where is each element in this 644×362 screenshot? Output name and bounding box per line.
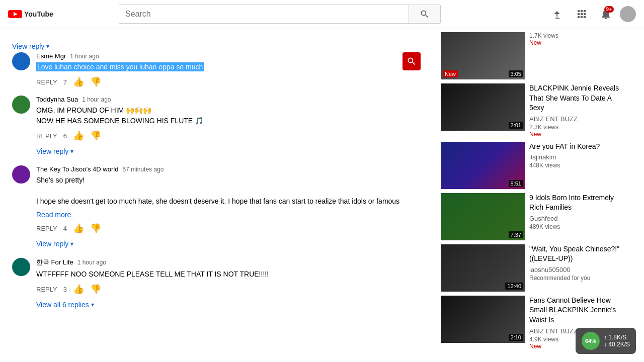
like-icon-toddynha[interactable]: 👍: [73, 130, 84, 141]
comment-header-korean: 한국 For Life 1 hour ago: [36, 258, 421, 267]
video-card-5[interactable]: 12:40 "Wait, You Speak Chinese?!" ((LEVE…: [441, 244, 626, 292]
comment-text-line2-toddynha: NOW HE HAS SOMEONE BLOWING HIS FLUTE 🎵: [36, 116, 421, 126]
reply-button-esme[interactable]: REPLY: [36, 78, 57, 86]
network-speeds: ↑ 1.8K/S ↓ 40.2K/S: [604, 334, 630, 348]
view-reply-toddynha-label: View reply: [36, 147, 68, 155]
reply-button-korean[interactable]: REPLY: [36, 286, 57, 293]
like-icon-esme[interactable]: 👍: [73, 76, 84, 87]
thumbnail-5: 12:40: [441, 244, 525, 292]
comment-time-esme: 1 hour ago: [70, 53, 99, 60]
video-title-3: Are you FAT in Korea?: [529, 142, 626, 152]
like-icon-korean[interactable]: 👍: [73, 284, 84, 295]
chevron-down-icon-toddynha: ▾: [70, 148, 73, 155]
dislike-icon-esme[interactable]: 👎: [90, 76, 101, 87]
chevron-down-icon-jisoo: ▾: [70, 240, 73, 247]
duration-badge-4: 7:37: [509, 231, 523, 238]
network-indicator: 64% ↑ 1.8K/S ↓ 40.2K/S: [576, 328, 636, 354]
video-meta-3: 448K views: [529, 162, 626, 169]
thumbnail-2: 2:01: [441, 83, 525, 131]
read-more-button[interactable]: Read more: [36, 211, 421, 219]
duration-badge-6: 2:10: [509, 334, 523, 341]
video-info-4: 9 Idols Born Into Extremely Rich Familie…: [529, 193, 626, 240]
notification-badge: 9+: [604, 6, 614, 13]
like-icon-jisoo[interactable]: 👍: [73, 223, 84, 234]
search-icon: [420, 9, 430, 19]
view-all-replies-korean[interactable]: View all 6 replies ▾: [36, 299, 421, 311]
video-meta-5: Recommended for you: [529, 275, 626, 282]
search-red-icon: [407, 56, 417, 66]
video-channel-3: itsjinakim: [529, 153, 626, 161]
video-card-3[interactable]: 8:51 Are you FAT in Korea? itsjinakim 44…: [441, 142, 626, 189]
notifications-button[interactable]: 9+: [596, 4, 616, 24]
like-count-jisoo: 4: [63, 225, 67, 232]
new-label-1: New: [529, 39, 626, 46]
view-reply-top[interactable]: View reply ▾: [12, 40, 421, 52]
comment-actions-jisoo: REPLY 4 👍 👎: [36, 223, 421, 234]
search-button[interactable]: [409, 5, 441, 24]
comment-search-button[interactable]: [403, 52, 421, 70]
comment-header-esme: Esme Mgr 1 hour ago: [36, 52, 396, 60]
download-speed: ↓ 40.2K/S: [604, 341, 630, 348]
video-meta-1: 1.7K views: [529, 32, 626, 39]
video-info-3: Are you FAT in Korea? itsjinakim 448K vi…: [529, 142, 626, 189]
duration-badge-3: 8:51: [509, 180, 523, 187]
video-title-2: BLACKPINK Jennie Reveals That She Wants …: [529, 83, 626, 113]
comment-body-esme: Esme Mgr 1 hour ago Love luhan choice an…: [36, 52, 396, 87]
video-meta-2: 2.3K views: [529, 124, 626, 131]
thumbnail-3: 8:51: [441, 142, 525, 189]
comment-header-toddynha: Toddynha Sua 1 hour ago: [36, 96, 421, 103]
upload-button[interactable]: [547, 4, 568, 24]
duration-badge-5: 12:40: [505, 283, 523, 290]
comment-time-korean: 1 hour ago: [77, 259, 106, 266]
comment-time-toddynha: 1 hour ago: [82, 96, 111, 103]
search-bar: [119, 5, 441, 24]
thumbnail-4: 7:37: [441, 193, 525, 240]
avatar-korean: [12, 258, 30, 276]
view-reply-jisoo[interactable]: View reply ▾: [36, 238, 421, 250]
comment-toddynha: Toddynha Sua 1 hour ago OMG, IM PROUND O…: [12, 96, 421, 157]
comment-body-jisoo: The Key To Jisoo's 4D world 57 minutes a…: [36, 165, 421, 250]
main-content: View reply ▾ Esme Mgr 1 hour ago Love lu…: [0, 28, 644, 362]
view-reply-jisoo-label: View reply: [36, 240, 68, 248]
comment-time-jisoo: 57 minutes ago: [122, 166, 164, 173]
comment-text-highlighted-esme: Love luhan choice and miss you luhan opp…: [36, 62, 204, 71]
network-percent: 64%: [582, 332, 600, 350]
comment-text-korean: WTFFFFF NOO SOMEONE PLEASE TELL ME THAT …: [36, 269, 421, 280]
view-reply-top-label: View reply: [12, 42, 44, 50]
video-title-6: Fans Cannot Believe How Small BLACKPINK …: [529, 296, 626, 325]
dislike-icon-korean[interactable]: 👎: [90, 284, 101, 295]
video-card-2[interactable]: 2:01 BLACKPINK Jennie Reveals That She W…: [441, 83, 626, 138]
comment-text-line3-jisoo: I hope she doesn't get too much hate, sh…: [36, 196, 421, 207]
video-info-1: 1.7K views New: [529, 32, 626, 79]
avatar-jisoo: [12, 165, 30, 184]
avatar-esme: [12, 52, 30, 70]
video-meta-4: 489K views: [529, 223, 626, 230]
search-input[interactable]: [119, 5, 409, 24]
apps-button[interactable]: [572, 4, 592, 24]
reply-button-toddynha[interactable]: REPLY: [36, 132, 57, 140]
comments-section: View reply ▾ Esme Mgr 1 hour ago Love lu…: [0, 28, 433, 362]
view-reply-toddynha[interactable]: View reply ▾: [36, 145, 421, 157]
dislike-icon-jisoo[interactable]: 👎: [90, 223, 101, 234]
video-info-2: BLACKPINK Jennie Reveals That She Wants …: [529, 83, 626, 138]
avatar[interactable]: [620, 6, 636, 22]
video-card-4[interactable]: 7:37 9 Idols Born Into Extremely Rich Fa…: [441, 193, 626, 240]
comment-text-line1-toddynha: OMG, IM PROUND OF HIM 🙌🙌🙌: [36, 105, 421, 116]
comment-text-esme: Love luhan choice and miss you luhan opp…: [36, 62, 396, 72]
video-channel-2: ABIZ ENT BUZZ: [529, 115, 626, 123]
comment-text-jisoo: She's so pretty! I hope she doesn't get …: [36, 175, 421, 207]
video-title-4: 9 Idols Born Into Extremely Rich Familie…: [529, 193, 626, 213]
header: YouTube 9+: [0, 0, 644, 28]
comment-actions-korean: REPLY 3 👍 👎: [36, 284, 421, 295]
comment-body-korean: 한국 For Life 1 hour ago WTFFFFF NOO SOMEO…: [36, 258, 421, 311]
video-channel-5: laoshu505000: [529, 266, 626, 274]
dislike-icon-toddynha[interactable]: 👎: [90, 130, 101, 141]
comment-esme: Esme Mgr 1 hour ago Love luhan choice an…: [12, 52, 421, 87]
like-count-korean: 3: [63, 286, 67, 293]
youtube-logo[interactable]: YouTube: [8, 9, 53, 19]
video-title-5: "Wait, You Speak Chinese?!" ((LEVEL-UP)): [529, 244, 626, 264]
comment-author-esme: Esme Mgr: [36, 52, 66, 60]
new-label-2: New: [529, 131, 626, 138]
reply-button-jisoo[interactable]: REPLY: [36, 225, 57, 232]
video-card-1[interactable]: 3:05 New 1.7K views New: [441, 32, 626, 79]
